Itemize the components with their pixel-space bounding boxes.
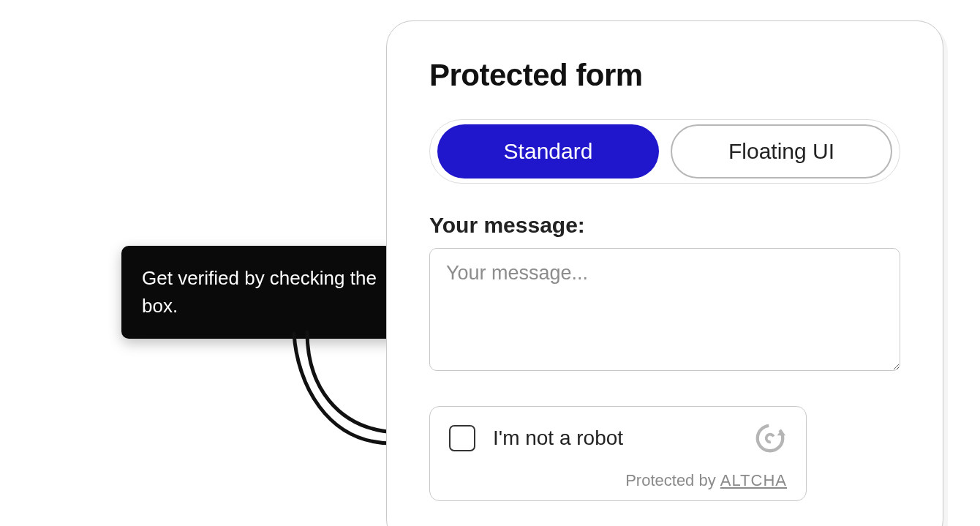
captcha-row: I'm not a robot	[449, 421, 787, 455]
tab-floating-ui[interactable]: Floating UI	[671, 124, 892, 179]
message-input[interactable]	[429, 248, 900, 371]
svg-point-1	[753, 421, 787, 455]
tab-standard[interactable]: Standard	[437, 124, 659, 179]
tab-label: Floating UI	[728, 139, 834, 163]
tooltip-text: Get verified by checking the box.	[142, 267, 377, 317]
tooltip-hint: Get verified by checking the box.	[121, 246, 402, 339]
captcha-brand-link[interactable]: ALTCHA	[720, 471, 787, 489]
tab-label: Standard	[504, 139, 593, 163]
refresh-icon	[753, 421, 787, 455]
svg-point-3	[765, 433, 775, 443]
captcha-widget: I'm not a robot Protected by ALTCHA	[429, 406, 807, 501]
message-label: Your message:	[429, 213, 900, 238]
svg-marker-2	[777, 430, 786, 436]
captcha-footer-prefix: Protected by	[625, 471, 720, 489]
captcha-label: I'm not a robot	[493, 427, 736, 450]
captcha-footer: Protected by ALTCHA	[449, 471, 787, 490]
protected-form-card: Protected form Standard Floating UI Your…	[386, 20, 943, 526]
captcha-checkbox[interactable]	[449, 425, 475, 451]
card-title: Protected form	[429, 58, 900, 93]
tab-group: Standard Floating UI	[429, 119, 900, 184]
